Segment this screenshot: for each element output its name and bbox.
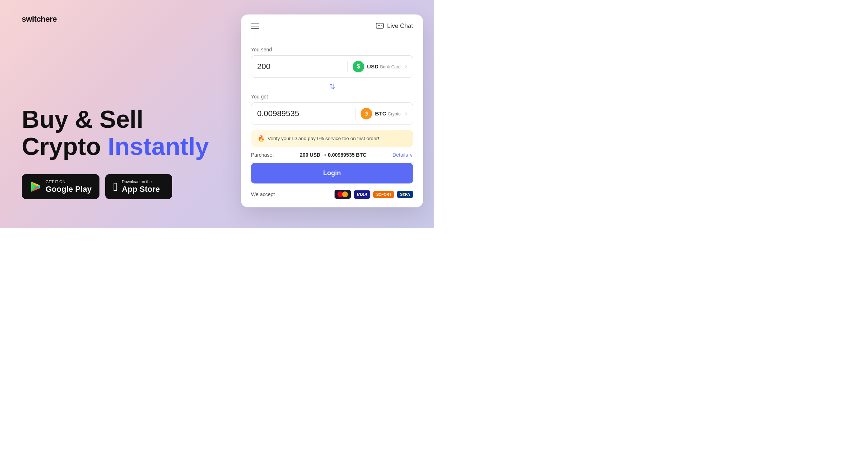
details-label: Details xyxy=(392,152,408,158)
right-section: Live Chat You send 200 $ USD Bank Card › xyxy=(241,14,423,207)
receive-currency-info: BTC Crypto xyxy=(375,110,401,117)
receive-currency-sub: Crypto xyxy=(388,111,400,117)
promo-banner: 🔥 Verify your ID and pay 0% service fee … xyxy=(251,130,413,147)
receive-currency-selector[interactable]: ₿ BTC Crypto › xyxy=(355,108,407,119)
svg-point-2 xyxy=(379,25,380,26)
mc-right-circle xyxy=(342,191,348,197)
purchase-value: 200 USD -> 0.00989535 BTC xyxy=(300,152,366,158)
usd-icon: $ xyxy=(353,61,364,72)
hero-title-highlight: Instantly xyxy=(108,132,209,160)
purchase-result: 0.00989535 BTC xyxy=(328,152,367,158)
store-buttons: GET IT ON Google Play  Download on the … xyxy=(22,174,217,199)
send-label: You send xyxy=(251,47,413,52)
left-section: switchere Buy & Sell Crypto Instantly xyxy=(0,0,239,228)
widget-header: Live Chat xyxy=(241,14,423,38)
payment-icons: VISA SOFORT S€PA xyxy=(335,190,413,199)
swap-arrows-icon[interactable]: ⇅ xyxy=(329,82,335,91)
visa-badge: VISA xyxy=(354,190,370,199)
google-play-top-label: GET IT ON xyxy=(46,179,92,184)
login-button[interactable]: Login xyxy=(251,163,413,183)
app-store-top-label: Download on the xyxy=(122,179,160,184)
send-chevron-icon: › xyxy=(405,63,407,70)
fire-icon: 🔥 xyxy=(258,135,265,142)
hamburger-line-2 xyxy=(251,26,259,26)
details-link[interactable]: Details ∨ xyxy=(392,152,413,158)
google-play-text: GET IT ON Google Play xyxy=(46,179,92,194)
promo-text: Verify your ID and pay 0% service fee on… xyxy=(268,136,379,141)
swap-icon-container: ⇅ xyxy=(251,79,413,94)
hamburger-menu-button[interactable] xyxy=(251,24,259,29)
app-store-main-label: App Store xyxy=(122,185,160,194)
sofort-badge: SOFORT xyxy=(373,191,394,198)
svg-point-3 xyxy=(381,25,382,26)
google-play-main-label: Google Play xyxy=(46,185,92,194)
hamburger-line-1 xyxy=(251,24,259,24)
hero-title-line1: Buy & Sell xyxy=(22,105,143,133)
sepa-text: S€PA xyxy=(400,192,410,197)
app-store-button[interactable]:  Download on the App Store xyxy=(105,174,172,199)
payment-row: We accept VISA SOFORT xyxy=(251,190,413,199)
purchase-amount: 200 USD xyxy=(300,152,322,158)
hamburger-line-3 xyxy=(251,28,259,29)
payment-label: We accept xyxy=(251,191,275,197)
purchase-arrow: -> xyxy=(322,152,328,158)
mastercard-badge xyxy=(335,190,351,199)
btc-icon: ₿ xyxy=(361,108,372,119)
receive-label: You get xyxy=(251,94,413,100)
sepa-badge: S€PA xyxy=(397,191,413,198)
live-chat-label: Live Chat xyxy=(387,22,413,30)
hero-title-line2: Crypto xyxy=(22,132,108,160)
receive-currency-name: BTC xyxy=(375,110,386,117)
logo: switchere xyxy=(22,14,217,24)
hero-title: Buy & Sell Crypto Instantly xyxy=(22,106,217,160)
sepa-star: € xyxy=(403,192,405,197)
google-play-icon xyxy=(30,181,41,193)
send-currency-info: USD Bank Card xyxy=(367,63,401,70)
send-currency-sub: Bank Card xyxy=(380,64,401,69)
purchase-row: Purchase: 200 USD -> 0.00989535 BTC Deta… xyxy=(251,152,413,158)
widget-card: Live Chat You send 200 $ USD Bank Card › xyxy=(241,14,423,207)
send-currency-selector[interactable]: $ USD Bank Card › xyxy=(347,61,407,72)
sofort-text: SOFORT xyxy=(376,193,391,197)
live-chat-button[interactable]: Live Chat xyxy=(375,22,413,30)
google-play-button[interactable]: GET IT ON Google Play xyxy=(22,174,99,199)
receive-field: 0.00989535 ₿ BTC Crypto › xyxy=(251,102,413,125)
receive-value[interactable]: 0.00989535 xyxy=(257,109,355,118)
svg-point-1 xyxy=(378,25,379,26)
send-field: 200 $ USD Bank Card › xyxy=(251,55,413,78)
hero-content: Buy & Sell Crypto Instantly xyxy=(22,106,217,199)
details-chevron-icon: ∨ xyxy=(409,152,413,158)
apple-icon:  xyxy=(113,181,118,193)
send-value[interactable]: 200 xyxy=(257,62,347,71)
visa-text: VISA xyxy=(357,192,367,197)
chat-bubble-icon xyxy=(375,22,384,30)
receive-chevron-icon: › xyxy=(405,110,407,117)
widget-body: You send 200 $ USD Bank Card › ⇅ You get xyxy=(241,38,423,207)
send-currency-name: USD xyxy=(367,63,379,69)
purchase-label: Purchase: xyxy=(251,152,274,158)
app-store-text: Download on the App Store xyxy=(122,179,160,194)
